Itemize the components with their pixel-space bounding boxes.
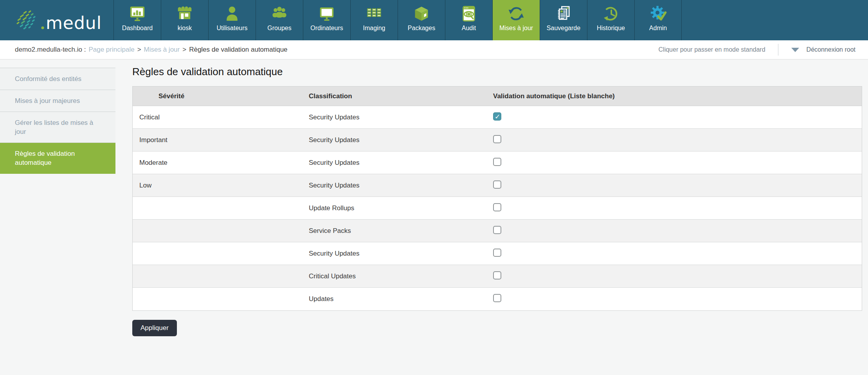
history-icon <box>602 4 620 24</box>
table-row: Service Packs <box>133 220 862 242</box>
table-row: Moderate Security Updates <box>133 151 862 174</box>
validation-rules-table: Sévérité Classification Validation autom… <box>132 86 862 311</box>
breadcrumb-host: demo2.medulla-tech.io : <box>15 46 86 54</box>
whitelist-checkbox[interactable] <box>493 135 501 143</box>
top-navigation: medulla Dashboard <box>0 0 868 40</box>
severity-cell: Low <box>133 182 302 189</box>
nav-item-imaging[interactable]: Imaging <box>350 0 398 40</box>
breadcrumb-link-mises-a-jour[interactable]: Mises à jour <box>144 46 180 54</box>
packages-icon <box>412 4 430 24</box>
sidebar-item-label: Gérer les listes de mises à jour <box>15 119 93 135</box>
groups-icon <box>270 4 288 24</box>
nav-item-groupes[interactable]: Groupes <box>256 0 303 40</box>
whitelist-checkbox[interactable] <box>493 271 501 279</box>
table-header-row: Sévérité Classification Validation autom… <box>133 87 862 106</box>
sidebar-item-mises-a-jour-majeures[interactable]: Mises à jour majeures <box>0 90 115 112</box>
nav-item-admin[interactable]: Admin <box>634 0 682 40</box>
vertical-divider <box>778 44 778 56</box>
column-header-severity: Sévérité <box>133 92 302 100</box>
nav-item-utilisateurs[interactable]: Utilisateurs <box>208 0 256 40</box>
nav-item-historique[interactable]: Historique <box>587 0 634 40</box>
nav-item-dashboard[interactable]: Dashboard <box>113 0 161 40</box>
breadcrumb: demo2.medulla-tech.io : Page principale … <box>15 46 659 54</box>
nav-label: Imaging <box>363 25 385 32</box>
classification-cell: Security Updates <box>302 182 486 189</box>
table-row: Important Security Updates <box>133 129 862 151</box>
table-row: Critical Security Updates <box>133 106 862 129</box>
brand-name: medulla <box>46 13 102 33</box>
breadcrumb-bar: demo2.medulla-tech.io : Page principale … <box>0 40 868 59</box>
nav-label: Utilisateurs <box>216 25 247 32</box>
admin-icon <box>649 4 667 24</box>
logout-link[interactable]: Déconnexion root <box>807 46 855 53</box>
nav-item-audit[interactable]: Audit <box>445 0 492 40</box>
classification-cell: Security Updates <box>302 159 486 167</box>
whitelist-checkbox[interactable] <box>493 158 501 166</box>
nav-item-sauvegarde[interactable]: Sauvegarde <box>540 0 587 40</box>
nav-item-mises-a-jour[interactable]: Mises à jour <box>492 0 540 40</box>
table-row: Security Updates <box>133 242 862 265</box>
medulla-logo-icon: medulla <box>11 6 102 34</box>
severity-cell: Moderate <box>133 159 302 167</box>
whitelist-checkbox[interactable] <box>493 203 501 211</box>
breadcrumb-separator: > <box>137 46 141 54</box>
table-row: Low Security Updates <box>133 174 862 197</box>
table-row: Critical Updates <box>133 265 862 288</box>
page-layout: Conformité des entités Mises à jour maje… <box>0 59 868 375</box>
whitelist-checkbox[interactable] <box>493 294 501 302</box>
table-row: Update Rollups <box>133 197 862 220</box>
imaging-icon <box>365 4 383 24</box>
sidebar-item-label: Règles de validation automatique <box>15 150 75 166</box>
apply-button[interactable]: Appliquer <box>132 320 177 336</box>
nav-label: Admin <box>649 25 667 32</box>
whitelist-checkbox[interactable] <box>493 226 501 234</box>
sidebar-item-gerer-les-listes[interactable]: Gérer les listes de mises à jour <box>0 112 115 143</box>
nav-label: Dashboard <box>122 25 153 32</box>
backup-icon <box>555 4 573 24</box>
classification-cell: Service Packs <box>302 227 486 235</box>
classification-cell: Critical Updates <box>302 272 486 280</box>
sidebar-item-conformite-des-entites[interactable]: Conformité des entités <box>0 68 115 90</box>
sidebar-item-label: Conformité des entités <box>15 75 81 83</box>
column-header-classification: Classification <box>302 92 486 100</box>
nav-label: Historique <box>597 25 625 32</box>
updates-icon <box>507 4 525 24</box>
whitelist-checkbox[interactable] <box>493 180 501 189</box>
mode-switch-link[interactable]: Cliquer pour passer en mode standard <box>659 46 765 53</box>
table-row: Updates <box>133 288 862 310</box>
medulla-logo[interactable]: medulla <box>0 0 113 40</box>
computer-icon <box>318 4 336 24</box>
breadcrumb-current: Règles de validation automatique <box>189 46 287 54</box>
nav-label: Packages <box>408 25 435 32</box>
sidebar-item-regles-validation-automatique[interactable]: Règles de validation automatique <box>0 143 115 174</box>
nav-item-ordinateurs[interactable]: Ordinateurs <box>303 0 350 40</box>
classification-cell: Security Updates <box>302 136 486 144</box>
nav-label: Ordinateurs <box>310 25 343 32</box>
kiosk-icon <box>176 4 194 24</box>
classification-cell: Security Updates <box>302 114 486 121</box>
breadcrumb-link-page-principale[interactable]: Page principale <box>88 46 134 54</box>
classification-cell: Update Rollups <box>302 204 486 212</box>
severity-cell: Important <box>133 136 302 144</box>
audit-icon <box>460 4 478 24</box>
nav-item-packages[interactable]: Packages <box>398 0 445 40</box>
whitelist-checkbox[interactable] <box>493 112 501 121</box>
breadcrumb-separator: > <box>182 46 186 54</box>
sidebar: Conformité des entités Mises à jour maje… <box>0 59 115 174</box>
page-title: Règles de validation automatique <box>132 66 862 78</box>
whitelist-checkbox[interactable] <box>493 249 501 257</box>
nav-item-kiosk[interactable]: kiosk <box>161 0 208 40</box>
dashboard-icon <box>128 4 146 24</box>
header-right: Cliquer pour passer en mode standard Déc… <box>659 44 855 56</box>
chevron-down-icon[interactable] <box>791 47 800 52</box>
user-icon <box>223 4 241 24</box>
classification-cell: Updates <box>302 295 486 303</box>
nav-label: Mises à jour <box>499 25 533 32</box>
nav-label: Groupes <box>267 25 291 32</box>
classification-cell: Security Updates <box>302 250 486 258</box>
nav-label: kiosk <box>178 25 192 32</box>
nav-label: Sauvegarde <box>547 25 580 32</box>
severity-cell: Critical <box>133 114 302 121</box>
nav-label: Audit <box>462 25 476 32</box>
main-content: Règles de validation automatique Sévérit… <box>115 59 868 336</box>
